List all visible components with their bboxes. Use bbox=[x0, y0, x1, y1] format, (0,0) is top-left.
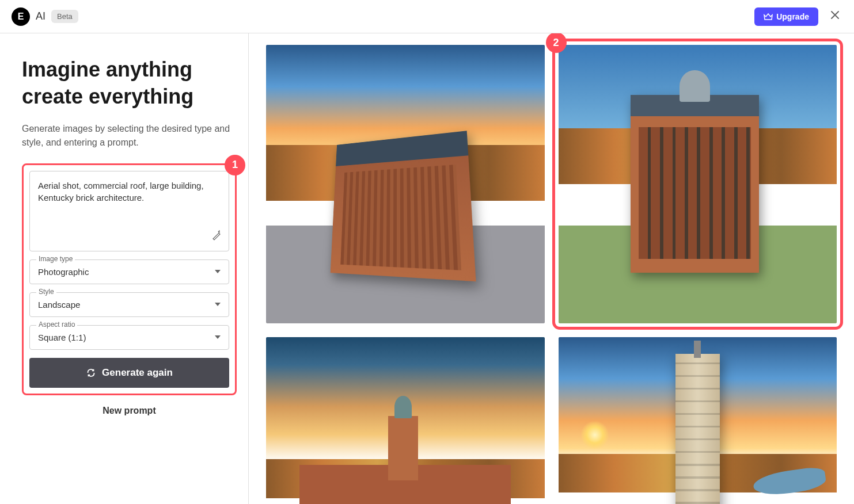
refresh-icon bbox=[86, 368, 96, 378]
logo-text: AI bbox=[36, 10, 45, 22]
aspect-ratio-label: Aspect ratio bbox=[36, 320, 77, 329]
magic-wand-icon[interactable] bbox=[211, 230, 222, 245]
style-select[interactable]: Style Landscape bbox=[29, 292, 229, 317]
image-type-select[interactable]: Image type Photographic bbox=[29, 259, 229, 284]
prompt-text: Aerial shot, commercial roof, large buil… bbox=[38, 181, 204, 203]
style-value: Landscape bbox=[38, 300, 80, 310]
upgrade-button[interactable]: Upgrade bbox=[754, 7, 818, 26]
image-result-3[interactable] bbox=[266, 337, 545, 505]
upgrade-label: Upgrade bbox=[776, 12, 809, 21]
image-result-4[interactable] bbox=[559, 337, 837, 505]
sidebar: Imagine anything create everything Gener… bbox=[0, 33, 249, 504]
page-title: Imagine anything create everything bbox=[22, 56, 237, 110]
image-result-2[interactable]: 2 bbox=[559, 45, 837, 323]
prompt-input[interactable]: Aerial shot, commercial roof, large buil… bbox=[29, 171, 229, 251]
header: E AI Beta Upgrade bbox=[0, 0, 854, 33]
close-button[interactable] bbox=[828, 7, 842, 25]
annotation-badge-2: 2 bbox=[546, 33, 567, 53]
chevron-down-icon bbox=[215, 335, 221, 339]
beta-badge: Beta bbox=[51, 10, 78, 23]
page-subtitle: Generate images by selecting the desired… bbox=[22, 122, 237, 150]
chevron-down-icon bbox=[215, 270, 221, 273]
image-type-label: Image type bbox=[36, 255, 75, 263]
logo-icon: E bbox=[12, 7, 30, 26]
image-type-value: Photographic bbox=[38, 267, 89, 277]
image-result-1[interactable] bbox=[266, 45, 545, 323]
generate-label: Generate again bbox=[102, 367, 173, 379]
close-icon bbox=[830, 10, 840, 20]
image-gallery: 2 bbox=[249, 33, 854, 504]
generate-again-button[interactable]: Generate again bbox=[29, 358, 229, 388]
chevron-down-icon bbox=[215, 303, 221, 306]
header-left: E AI Beta bbox=[12, 7, 78, 26]
main: Imagine anything create everything Gener… bbox=[0, 33, 854, 504]
header-right: Upgrade bbox=[754, 7, 842, 26]
aspect-ratio-value: Square (1:1) bbox=[38, 333, 86, 342]
crown-icon bbox=[764, 13, 773, 21]
aspect-ratio-select[interactable]: Aspect ratio Square (1:1) bbox=[29, 325, 229, 350]
new-prompt-button[interactable]: New prompt bbox=[22, 406, 237, 416]
form-panel: 1 Aerial shot, commercial roof, large bu… bbox=[22, 163, 237, 395]
annotation-badge-1: 1 bbox=[225, 155, 245, 175]
style-label: Style bbox=[36, 288, 56, 296]
